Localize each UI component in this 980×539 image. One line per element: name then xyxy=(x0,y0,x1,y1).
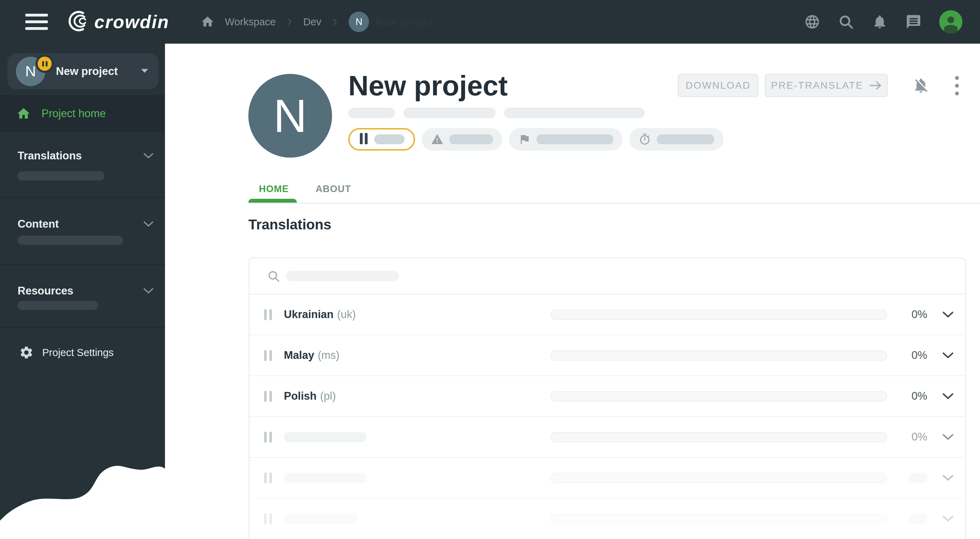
search-icon xyxy=(267,269,280,283)
skeleton-bar xyxy=(909,514,927,524)
language-name: Malay xyxy=(284,349,314,362)
project-avatar-small: N xyxy=(348,12,369,32)
sidebar-item-label: Project home xyxy=(41,107,106,120)
title-skeleton-row xyxy=(348,108,645,118)
progress-bar xyxy=(550,432,887,442)
arrow-right-icon xyxy=(870,81,881,90)
chevron-right-icon xyxy=(285,17,294,26)
progress-percent: 0% xyxy=(901,349,927,362)
language-code: (pl) xyxy=(320,390,336,402)
chevron-down-icon[interactable] xyxy=(942,352,954,359)
paused-status-badge-icon xyxy=(38,57,52,71)
language-row-loading[interactable] xyxy=(250,499,965,539)
sidebar-section-resources[interactable]: Resources xyxy=(18,283,154,299)
language-code: (uk) xyxy=(337,308,356,321)
sidebar-section-translations[interactable]: Translations xyxy=(18,148,154,164)
divider xyxy=(0,197,165,198)
project-switcher[interactable]: N New project xyxy=(7,53,159,89)
chevron-down-icon xyxy=(143,221,154,227)
language-row-ukrainian[interactable]: Ukrainian (uk) 0% xyxy=(250,294,965,335)
main-content: N New project DOW xyxy=(165,44,980,539)
chat-icon[interactable] xyxy=(905,14,922,30)
pretranslate-label: PRE-TRANSLATE xyxy=(771,80,863,91)
skeleton-bar xyxy=(536,134,614,144)
progress-bar xyxy=(550,514,887,524)
breadcrumb-project-label: New project xyxy=(375,16,433,28)
progress-percent: 0% xyxy=(901,431,927,443)
progress-bar xyxy=(550,350,887,361)
language-name: Polish xyxy=(284,390,317,402)
tab-about[interactable]: ABOUT xyxy=(315,184,351,194)
sidebar-item-project-settings[interactable]: Project Settings xyxy=(0,335,165,369)
project-avatar-large: N xyxy=(248,74,332,157)
sidebar-item-project-home[interactable]: Project home xyxy=(0,96,165,131)
breadcrumb-group[interactable]: Dev xyxy=(303,16,321,28)
skeleton-bar xyxy=(284,473,366,483)
progress-bar xyxy=(550,473,887,483)
home-icon[interactable] xyxy=(199,14,216,30)
divider xyxy=(0,264,165,265)
caret-down-icon xyxy=(140,68,149,75)
breadcrumb-current-project[interactable]: N New project xyxy=(348,12,433,32)
download-button[interactable]: DOWNLOAD xyxy=(678,74,758,97)
skeleton-bar xyxy=(657,134,714,144)
section-label: Resources xyxy=(18,285,73,297)
crowdin-logo-text: crowdin xyxy=(94,11,169,32)
tabs: HOME ABOUT xyxy=(259,184,351,194)
chevron-down-icon xyxy=(143,288,154,294)
progress-bar xyxy=(550,391,887,401)
chevron-down-icon[interactable] xyxy=(942,515,954,522)
more-options-button[interactable] xyxy=(949,76,964,95)
pause-icon xyxy=(264,309,272,320)
skeleton-bar xyxy=(374,134,404,144)
translations-card: Ukrainian (uk) 0% Malay (ms) 0% Polish (… xyxy=(249,258,966,539)
language-name: Ukrainian xyxy=(284,308,334,321)
translations-section-title: Translations xyxy=(248,217,331,232)
pause-icon xyxy=(264,472,272,483)
chevron-down-icon[interactable] xyxy=(942,434,954,440)
language-code: (ms) xyxy=(318,349,339,362)
pretranslate-button[interactable]: PRE-TRANSLATE xyxy=(765,74,888,97)
chevron-down-icon[interactable] xyxy=(942,393,954,400)
divider xyxy=(0,327,165,328)
divider xyxy=(0,132,165,132)
skeleton-bar xyxy=(909,473,927,483)
language-row-malay[interactable]: Malay (ms) 0% xyxy=(250,335,965,376)
chevron-down-icon[interactable] xyxy=(942,311,954,318)
crowdin-logo[interactable]: crowdin xyxy=(65,10,169,33)
breadcrumb-workspace[interactable]: Workspace xyxy=(225,16,276,28)
chevron-down-icon xyxy=(143,153,154,159)
globe-icon[interactable] xyxy=(804,14,820,30)
chevron-down-icon[interactable] xyxy=(942,474,954,481)
status-chip-activity[interactable] xyxy=(629,128,724,151)
language-search-input[interactable] xyxy=(250,258,965,294)
sidebar-section-content[interactable]: Content xyxy=(18,216,154,232)
sidebar-item-label: Project Settings xyxy=(42,347,114,359)
pause-icon xyxy=(264,391,272,402)
search-icon[interactable] xyxy=(838,14,854,30)
skeleton-bar xyxy=(18,301,98,310)
bell-icon[interactable] xyxy=(872,14,888,30)
pause-icon xyxy=(264,350,272,361)
skeleton-bar xyxy=(504,108,645,118)
skeleton-bar xyxy=(18,171,105,180)
language-row-loading[interactable] xyxy=(250,458,965,499)
language-row-loading[interactable]: 0% xyxy=(250,417,965,458)
topbar: crowdin Workspace Dev N New project xyxy=(0,0,980,44)
user-avatar[interactable] xyxy=(939,10,963,33)
timer-icon xyxy=(638,133,651,146)
breadcrumb: Workspace Dev N New project xyxy=(199,12,433,32)
chevron-right-icon xyxy=(330,17,339,26)
mute-notifications-button[interactable] xyxy=(911,76,931,95)
progress-bar xyxy=(550,310,887,320)
progress-percent: 0% xyxy=(901,390,927,402)
status-chip-languages[interactable] xyxy=(509,128,623,151)
gear-icon xyxy=(19,345,34,360)
status-chip-paused[interactable] xyxy=(348,128,415,151)
pause-icon xyxy=(264,513,272,524)
tab-home[interactable]: HOME xyxy=(259,184,289,194)
hamburger-menu-button[interactable] xyxy=(25,14,48,30)
pause-icon xyxy=(359,133,369,146)
status-chip-issues[interactable] xyxy=(422,128,502,151)
language-row-polish[interactable]: Polish (pl) 0% xyxy=(250,376,965,417)
